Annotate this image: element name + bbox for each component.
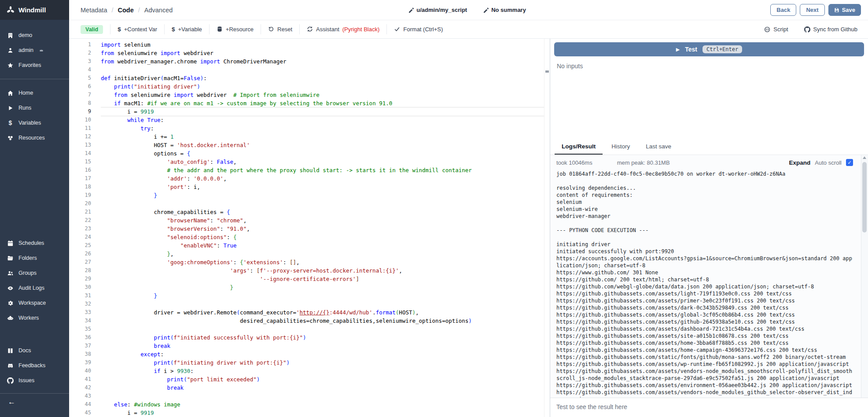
add-variable-button[interactable]: $ +Variable xyxy=(164,24,209,35)
code-line[interactable]: 13 HOST = 'host.docker.internal' xyxy=(69,141,550,149)
sidebar-item-runs[interactable]: Runs xyxy=(0,100,69,115)
code-line[interactable]: 32 xyxy=(69,300,550,308)
code-line[interactable]: 33 driver = webdriver.Remote(command_exe… xyxy=(69,308,550,317)
collapse-sidebar-button[interactable]: ← xyxy=(0,394,69,410)
code-line[interactable]: 3from webdriver_manager.chrome import Ch… xyxy=(69,57,550,66)
code-line[interactable]: 37 break xyxy=(69,342,550,350)
code-line[interactable]: 36 print(f"initiated successfully with p… xyxy=(69,333,550,342)
format-button[interactable]: Format (Ctrl+S) xyxy=(386,24,450,35)
code-line[interactable]: 9 i = 9919 xyxy=(69,107,550,116)
sync-from-github-button[interactable]: Sync from Github xyxy=(804,26,857,33)
sidebar-item-label: Groups xyxy=(18,270,37,276)
sidebar-item-workers[interactable]: Workers xyxy=(0,310,69,325)
sidebar-item-favorites[interactable]: Favorites xyxy=(0,58,69,73)
right-panel: ▶ Test Ctrl+Enter No inputs Logs/Result … xyxy=(550,39,868,417)
code-line[interactable]: 27 'goog:chromeOptions': {'extensions': … xyxy=(69,258,550,266)
code-line[interactable]: 25 "enableVNC": True xyxy=(69,241,550,250)
sidebar-item-groups[interactable]: Groups xyxy=(0,266,69,280)
code-line[interactable]: 7 from seleniumwire import webdriver # I… xyxy=(69,91,550,99)
sidebar-item-schedules[interactable]: Schedules xyxy=(0,236,69,251)
code-line[interactable]: 24 "selenoid:options": { xyxy=(69,233,550,241)
code-line[interactable]: 39 print(f"initiating driver with port:{… xyxy=(69,358,550,367)
code-line[interactable]: 21 chrome_capabilities = { xyxy=(69,208,550,216)
code-line[interactable]: 26 }, xyxy=(69,250,550,258)
editor-scrollbar[interactable] xyxy=(544,39,550,417)
add-context-var-button[interactable]: $ +Context Var xyxy=(110,24,164,35)
code-line[interactable]: 35 xyxy=(69,325,550,333)
code-line[interactable]: 30 } xyxy=(69,283,550,292)
sidebar-item-user[interactable]: admin xyxy=(0,43,69,58)
tab-metadata[interactable]: Metadata xyxy=(81,7,107,14)
test-button[interactable]: ▶ Test Ctrl+Enter xyxy=(554,42,864,56)
script-kind-button[interactable]: Script xyxy=(764,26,788,33)
logs-scrollbar-thumb[interactable] xyxy=(862,162,867,232)
code-line[interactable]: 16 # the addr and the port where the pro… xyxy=(69,166,550,174)
code-line[interactable]: 43 xyxy=(69,392,550,400)
auto-scroll-checkbox[interactable]: ✓ xyxy=(846,159,853,166)
main-area: Metadata / Code / Advanced u/admin/my_sc… xyxy=(69,0,868,417)
code-line[interactable]: 23 "browserVersion": "91.0", xyxy=(69,225,550,233)
code-line[interactable]: 34 desired_capabilities=chrome_capabilit… xyxy=(69,317,550,325)
tab-last-save[interactable]: Last save xyxy=(639,139,678,155)
code-line[interactable]: 6 print("initiating driver") xyxy=(69,82,550,91)
sidebar-item-workspace-demo[interactable]: demo xyxy=(0,28,69,43)
add-resource-button[interactable]: +Resource xyxy=(209,24,261,35)
code-line[interactable]: 41 print("port limit exceeded") xyxy=(69,375,550,384)
sidebar-item-folders[interactable]: Folders xyxy=(0,251,69,266)
save-button[interactable]: Save xyxy=(828,4,861,16)
sidebar-item-home[interactable]: Home xyxy=(0,85,69,100)
folder-icon xyxy=(7,255,14,262)
tab-code[interactable]: Code xyxy=(118,7,134,14)
code-line[interactable]: 40 if i > 9930: xyxy=(69,367,550,375)
script-summary[interactable]: No summary xyxy=(483,7,526,13)
script-path[interactable]: u/admin/my_script xyxy=(408,7,467,13)
code-line[interactable]: 14 options = { xyxy=(69,149,550,158)
code-line[interactable]: 28 'args': [f'--proxy-server=host.docker… xyxy=(69,266,550,275)
sidebar-item-label: Folders xyxy=(18,255,37,261)
app-logo[interactable]: Windmill xyxy=(0,0,69,20)
tab-logs-result[interactable]: Logs/Result xyxy=(555,139,603,155)
code-line[interactable]: 11 try: xyxy=(69,124,550,133)
sidebar-item-feedbacks[interactable]: Feedbacks xyxy=(0,358,69,373)
sidebar-item-audit-logs[interactable]: Audit Logs xyxy=(0,280,69,295)
sync-from-github-label: Sync from Github xyxy=(813,26,857,33)
code-line[interactable]: 10 while True: xyxy=(69,116,550,124)
expand-button[interactable]: Expand xyxy=(789,159,811,166)
code-line[interactable]: 8 if macM1: #if we are on mac m1 -> cust… xyxy=(69,99,550,107)
home-icon xyxy=(7,90,14,96)
sidebar-item-variables[interactable]: $ Variables xyxy=(0,115,69,130)
code-line[interactable]: 4 xyxy=(69,66,550,74)
code-editor[interactable]: 1import selenium2from seleniumwire impor… xyxy=(69,39,550,417)
sidebar-item-docs[interactable]: Docs xyxy=(0,343,69,358)
code-line[interactable]: 22 "browserName": "chrome", xyxy=(69,216,550,225)
code-line[interactable]: 44 else: #windows image xyxy=(69,400,550,409)
code-line[interactable]: 17 'addr': '0.0.0.0', xyxy=(69,174,550,183)
duration-text: took 10046ms xyxy=(556,159,592,166)
tab-advanced[interactable]: Advanced xyxy=(144,7,173,14)
code-line[interactable]: 29 '--ignore-certificate-errors'] xyxy=(69,275,550,283)
reset-button[interactable]: Reset xyxy=(261,24,299,35)
code-line[interactable]: 15 'auto_config': False, xyxy=(69,158,550,166)
code-line[interactable]: 18 'port': i, xyxy=(69,183,550,191)
sidebar-item-resources[interactable]: Resources xyxy=(0,130,69,145)
next-button[interactable]: Next xyxy=(800,4,824,16)
code-line[interactable]: 19 } xyxy=(69,191,550,199)
code-line[interactable]: 31 } xyxy=(69,292,550,300)
tab-separator: / xyxy=(111,7,113,14)
sidebar-item-issues[interactable]: Issues xyxy=(0,373,69,388)
assistant-button[interactable]: Assistant (Pyright Black) xyxy=(299,24,386,35)
code-line[interactable]: 12 i += 1 xyxy=(69,133,550,141)
code-line[interactable]: 1import selenium xyxy=(69,41,550,49)
code-line[interactable]: 42 break xyxy=(69,384,550,392)
code-line[interactable]: 20 xyxy=(69,199,550,208)
script-path-value: u/admin/my_script xyxy=(416,7,467,13)
sidebar-item-workspace-settings[interactable]: Workspace xyxy=(0,295,69,310)
code-line[interactable]: 38 except: xyxy=(69,350,550,358)
code-line[interactable]: 45 i = 9919 xyxy=(69,409,550,417)
code-line[interactable]: 5def initiateDriver(macM1=False): xyxy=(69,74,550,82)
scroll-up-arrow-icon[interactable] xyxy=(863,156,866,159)
logs-scrollbar[interactable] xyxy=(861,155,868,398)
back-button[interactable]: Back xyxy=(770,4,796,16)
tab-history[interactable]: History xyxy=(604,139,637,155)
code-line[interactable]: 2from seleniumwire import webdriver xyxy=(69,49,550,57)
